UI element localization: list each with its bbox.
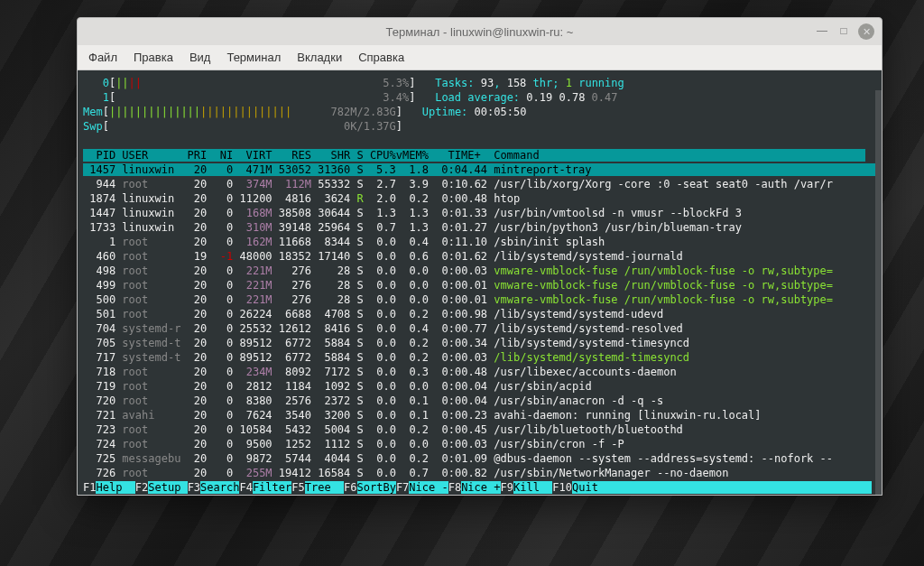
menu-edit[interactable]: Правка <box>134 51 173 64</box>
process-row[interactable]: 724 root 20 0 9500 1252 1112 S 0.0 0.0 0… <box>83 437 876 451</box>
menubar: Файл Правка Вид Терминал Вкладки Справка <box>78 45 882 70</box>
process-row[interactable]: 705 systemd-t 20 0 89512 6772 5884 S 0.0… <box>83 336 876 350</box>
minimize-button[interactable]: — <box>815 23 829 38</box>
terminal-output[interactable]: 0[|||| 5.3%] Tasks: 93, 158 thr; 1 runni… <box>78 70 882 495</box>
process-row[interactable]: 500 root 20 0 221M 276 28 S 0.0 0.0 0:00… <box>83 292 876 307</box>
process-row[interactable]: 719 root 20 0 2812 1184 1092 S 0.0 0.0 0… <box>83 379 876 394</box>
menu-tabs[interactable]: Вкладки <box>297 51 342 64</box>
process-row[interactable]: 720 root 20 0 8380 2576 2372 S 0.0 0.1 0… <box>83 394 876 408</box>
scrollbar[interactable] <box>875 90 882 495</box>
process-row[interactable]: 717 systemd-t 20 0 89512 6772 5884 S 0.0… <box>83 350 876 365</box>
process-row[interactable]: 501 root 20 0 26224 6688 4708 S 0.0 0.2 … <box>83 307 876 321</box>
process-row[interactable]: 499 root 20 0 221M 276 28 S 0.0 0.0 0:00… <box>83 278 876 292</box>
close-button[interactable]: ✕ <box>858 23 874 40</box>
menu-terminal[interactable]: Терминал <box>226 51 281 64</box>
menu-help[interactable]: Справка <box>358 51 404 64</box>
process-row[interactable]: 1447 linuxwin 20 0 168M 38508 30644 S 1.… <box>83 206 876 220</box>
process-row[interactable]: 1733 linuxwin 20 0 310M 39148 25964 S 0.… <box>83 220 876 235</box>
process-row[interactable]: 944 root 20 0 374M 112M 55332 S 2.7 3.9 … <box>83 177 876 191</box>
process-row[interactable]: 723 root 20 0 10584 5432 5004 S 0.0 0.2 … <box>83 422 876 437</box>
process-row[interactable]: 498 root 20 0 221M 276 28 S 0.0 0.0 0:00… <box>83 264 876 278</box>
maximize-button[interactable]: □ <box>836 23 851 38</box>
terminal-window: Терминал - linuxwin@linuxwin-ru: ~ — □ ✕… <box>77 17 882 496</box>
window-title: Терминал - linuxwin@linuxwin-ru: ~ <box>386 25 574 39</box>
process-row[interactable]: 460 root 19 -1 48000 18352 17140 S 0.0 0… <box>83 249 876 264</box>
menu-file[interactable]: Файл <box>88 51 117 64</box>
menu-view[interactable]: Вид <box>189 51 211 64</box>
process-row[interactable]: 725 messagebu 20 0 9872 5744 4044 S 0.0 … <box>83 451 876 466</box>
process-row[interactable]: 721 avahi 20 0 7624 3540 3200 S 0.0 0.1 … <box>83 408 876 422</box>
process-row[interactable]: 704 systemd-r 20 0 25532 12612 8416 S 0.… <box>83 321 876 336</box>
process-row[interactable]: 718 root 20 0 234M 8092 7172 S 0.0 0.3 0… <box>83 365 876 379</box>
titlebar[interactable]: Терминал - linuxwin@linuxwin-ru: ~ — □ ✕ <box>78 18 882 45</box>
process-row[interactable]: 1 root 20 0 162M 11668 8344 S 0.0 0.4 0:… <box>83 235 876 249</box>
process-row[interactable]: 726 root 20 0 255M 19412 16584 S 0.0 0.7… <box>83 466 876 480</box>
process-row[interactable]: 1874 linuxwin 20 0 11200 4816 3624 R 2.0… <box>83 191 876 206</box>
process-row[interactable]: 1457 linuxwin 20 0 471M 53052 31360 S 5.… <box>83 162 876 177</box>
fkey-bar[interactable]: F1Help F2Setup F3SearchF4FilterF5Tree F6… <box>83 480 876 495</box>
